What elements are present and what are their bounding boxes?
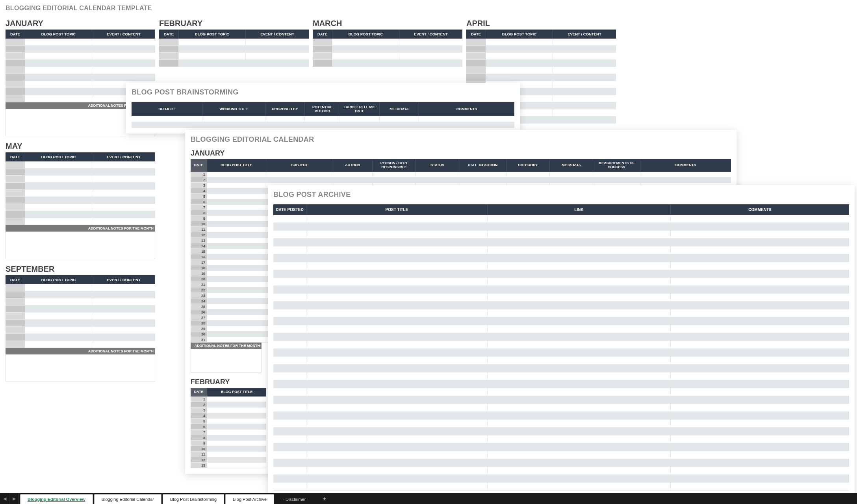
table-row[interactable]: 9 (191, 441, 266, 446)
table-row[interactable] (273, 357, 849, 365)
table-row[interactable] (273, 475, 849, 483)
table-row[interactable]: 3 (191, 408, 266, 413)
table-row[interactable]: 1 (191, 172, 731, 177)
month-label: APRIL (466, 19, 616, 28)
tab-disclaimer[interactable]: - Disclaimer - (275, 494, 316, 504)
month-block: MAY DATEBLOG POST TOPICEVENT / CONTENT A… (6, 142, 155, 259)
table-row[interactable] (273, 294, 849, 302)
table-row[interactable] (273, 215, 849, 223)
notes-label: ADDITIONAL NOTES FOR THE MONTH (6, 225, 155, 232)
brainstorming-sheet: BLOG POST BRAINSTORMING SUBJECT WORKING … (126, 83, 520, 133)
table-row[interactable] (273, 451, 849, 459)
table-row[interactable] (273, 428, 849, 435)
tabs-scroll-right-icon[interactable]: ▶ (9, 493, 19, 504)
tab-overview[interactable]: Blogging Editorial Overview (20, 494, 93, 504)
page-title: BLOGGING EDITORIAL CALENDAR TEMPLATE (6, 5, 851, 12)
table-row[interactable] (273, 459, 849, 467)
month-label: JANUARY (191, 149, 731, 158)
col-blog-title: BLOG POST TITLE (207, 159, 266, 172)
col-date: DATE (191, 388, 207, 397)
table-row[interactable] (273, 365, 849, 372)
month-label: JANUARY (6, 19, 155, 28)
table-row[interactable] (273, 412, 849, 420)
table-row[interactable] (273, 231, 849, 239)
notes-area[interactable] (191, 349, 262, 372)
col-status: STATUS (416, 159, 459, 172)
month-label: SEPTEMBER (6, 265, 155, 274)
table-row[interactable] (273, 254, 849, 262)
tabs-scroll-left-icon[interactable]: ◀ (0, 493, 9, 504)
table-row[interactable] (273, 396, 849, 404)
table-row[interactable] (273, 223, 849, 231)
table-row[interactable] (273, 286, 849, 294)
section-title: BLOG POST ARCHIVE (273, 191, 849, 199)
col-event: EVENT / CONTENT (92, 30, 155, 39)
notes-area[interactable] (6, 232, 155, 259)
col-date-posted: DATE POSTED (273, 204, 306, 215)
table-row[interactable]: 1 (191, 397, 266, 402)
notes-area[interactable] (6, 354, 155, 382)
table-row[interactable] (273, 388, 849, 396)
table-row[interactable] (273, 270, 849, 278)
table-row[interactable] (273, 341, 849, 349)
table-row[interactable] (273, 443, 849, 451)
table-row[interactable]: 12 (191, 457, 266, 463)
brainstorm-body (132, 116, 514, 128)
add-sheet-icon[interactable]: + (319, 495, 330, 502)
table-row[interactable] (273, 317, 849, 325)
tab-archive[interactable]: Blog Post Archive (225, 494, 274, 504)
table-row[interactable] (273, 325, 849, 333)
table-row[interactable]: 8 (191, 435, 266, 441)
table-row[interactable]: 4 (191, 413, 266, 419)
month-label: MAY (6, 142, 155, 151)
col-date: DATE (191, 159, 207, 172)
table-row[interactable] (273, 246, 849, 254)
col-metadata: METADATA (550, 159, 593, 172)
table-row[interactable] (273, 309, 849, 317)
table-row[interactable]: 13 (191, 463, 266, 468)
table-row[interactable]: 6 (191, 424, 266, 430)
table-row[interactable]: 2 (191, 402, 266, 408)
col-subject: SUBJECT (266, 159, 333, 172)
section-title: BLOGGING EDITORIAL CALENDAR (191, 135, 731, 144)
table-row[interactable] (273, 372, 849, 380)
table-row[interactable] (273, 262, 849, 270)
month-label: FEBRUARY (159, 19, 309, 28)
table-row[interactable] (273, 483, 849, 491)
col-comments: COMMENTS (671, 204, 849, 215)
table-row[interactable] (273, 435, 849, 443)
table-row[interactable]: 2 (191, 177, 731, 183)
notes-label: ADDITIONAL NOTES FOR THE MONTH (6, 348, 155, 354)
table-row[interactable] (273, 302, 849, 309)
col-potential-author: POTENTIAL AUTHOR (305, 102, 340, 116)
table-row[interactable] (273, 278, 849, 286)
table-row[interactable] (273, 239, 849, 246)
col-target-release: TARGET RELEASE DATE (340, 102, 380, 116)
col-metadata: METADATA (380, 102, 419, 116)
col-topic: BLOG POST TOPIC (25, 30, 92, 39)
table-row[interactable]: 11 (191, 452, 266, 457)
table-row[interactable]: 7 (191, 430, 266, 435)
table-row[interactable] (273, 349, 849, 357)
month-header: DATE BLOG POST TOPIC EVENT / CONTENT (6, 30, 155, 39)
col-responsible: PERSON / DEPT RESPONSIBLE (373, 159, 416, 172)
col-post-title: POST TITLE (306, 204, 488, 215)
table-row[interactable] (273, 420, 849, 428)
table-row[interactable] (273, 404, 849, 412)
col-measurements: MEASUREMENTS OF SUCCESS (593, 159, 640, 172)
calendar-body-feb: 12345678910111213 (191, 397, 266, 468)
tab-editorial-calendar[interactable]: Blogging Editorial Calendar (94, 494, 161, 504)
table-row[interactable] (273, 467, 849, 475)
month-block: SEPTEMBER DATEBLOG POST TOPICEVENT / CON… (6, 265, 155, 382)
table-row[interactable]: 10 (191, 446, 266, 452)
table-row[interactable]: 5 (191, 419, 266, 424)
col-blog-title: BLOG POST TITLE (207, 388, 266, 397)
calendar-header-feb: DATE BLOG POST TITLE (191, 388, 266, 397)
table-row[interactable] (273, 380, 849, 388)
tab-brainstorming[interactable]: Blog Post Brainstorming (163, 494, 224, 504)
col-comments: COMMENTS (640, 159, 731, 172)
col-proposed-by: PROPOSED BY (265, 102, 305, 116)
calendar-header: DATE BLOG POST TITLE SUBJECT AUTHOR PERS… (191, 159, 731, 172)
col-link: LINK (488, 204, 671, 215)
table-row[interactable] (273, 333, 849, 341)
